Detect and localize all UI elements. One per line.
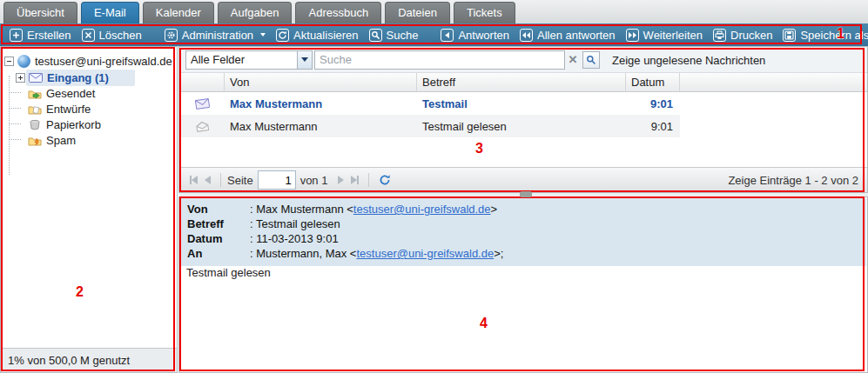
search-field-value: Alle Felder: [186, 53, 297, 66]
column-header-betreff[interactable]: Betreff: [417, 73, 626, 91]
seite-label: Seite: [227, 174, 253, 187]
tab-kalender[interactable]: Kalender: [143, 2, 214, 23]
column-header-von[interactable]: Von: [225, 73, 417, 91]
recipient-email-link[interactable]: testuser@uni-greifswald.de: [356, 247, 494, 260]
search-input[interactable]: [314, 50, 565, 70]
erstellen-button[interactable]: Erstellen: [4, 25, 77, 44]
first-page-button[interactable]: [190, 176, 198, 184]
page-number-input[interactable]: [258, 170, 296, 190]
refresh-list-button[interactable]: [379, 174, 391, 186]
pager-separator: [220, 173, 221, 187]
message-date: 9:01: [626, 97, 680, 110]
webmail-app: Übersicht E-Mail Kalender Aufgaben Adres…: [0, 0, 868, 373]
column-header-icon[interactable]: [179, 73, 225, 91]
folder-label: Papierkorb: [46, 118, 101, 131]
plus-icon: [10, 29, 23, 42]
collapse-icon[interactable]: [4, 57, 14, 66]
header-betreff-label: Betreff: [187, 217, 250, 230]
trash-icon: [28, 119, 42, 130]
administration-menu-button[interactable]: Administration: [159, 25, 271, 44]
speichern-als-menu-button[interactable]: Speichern als: [777, 25, 868, 44]
drafts-folder-icon: [28, 104, 42, 115]
column-header-datum[interactable]: Datum: [626, 73, 680, 91]
refresh-icon: [276, 29, 289, 42]
suche-button[interactable]: Suche: [364, 25, 424, 44]
message-body: Testmail gelesen: [186, 266, 271, 279]
tab-aufgaben[interactable]: Aufgaben: [218, 2, 293, 23]
header-von-value: : Max Mustermann <testuser@uni-greifswal…: [250, 203, 497, 216]
message-headers: Von : Max Mustermann <testuser@uni-greif…: [180, 198, 866, 266]
loeschen-button[interactable]: Löschen: [77, 25, 147, 44]
message-subject: Testmail: [417, 97, 626, 110]
sender-email-link[interactable]: testuser@uni-greifswald.de: [353, 203, 491, 216]
header-von-label: Von: [187, 203, 250, 216]
splitter-handle-icon[interactable]: [520, 191, 532, 197]
drucken-label: Drucken: [730, 29, 772, 42]
next-page-button[interactable]: [338, 176, 344, 184]
sidebar-item-spam[interactable]: Spam: [28, 132, 76, 149]
weiterleiten-button[interactable]: Weiterleiten: [621, 25, 708, 44]
tree-line: [10, 108, 21, 110]
sent-folder-icon: [28, 89, 42, 99]
reply-all-icon: [520, 29, 533, 42]
list-status-text: Zeige Einträge 1 - 2 von 2: [728, 174, 860, 187]
message-subject: Testmail gelesen: [417, 120, 626, 133]
pager-separator: [368, 173, 369, 187]
message-row-unread[interactable]: Max Mustermann Testmail 9:01: [179, 92, 680, 115]
drucken-button[interactable]: Drucken: [708, 25, 777, 44]
message-row-read[interactable]: Max Mustermann Testmail gelesen 9:01: [179, 115, 680, 137]
tab-tickets[interactable]: Tickets: [454, 2, 515, 23]
header-an-label: An: [187, 247, 250, 260]
tab-dateien[interactable]: Dateien: [385, 2, 450, 23]
folder-label: Eingang (1): [47, 71, 109, 84]
clear-search-button[interactable]: ✕: [565, 53, 581, 66]
inbox-envelope-icon: [29, 73, 43, 83]
save-icon: [783, 29, 796, 42]
search-field-select[interactable]: Alle Felder: [185, 50, 313, 70]
chevron-down-icon: [301, 57, 308, 62]
tab-uebersicht[interactable]: Übersicht: [3, 2, 77, 23]
sidebar-item-entwuerfe[interactable]: Entwürfe: [28, 101, 91, 117]
tree-line: [10, 92, 21, 94]
antworten-label: Antworten: [458, 29, 509, 42]
gear-icon: [165, 29, 178, 42]
administration-label: Administration: [182, 29, 253, 42]
mail-toolbar: Erstellen Löschen Administration Aktuali…: [0, 23, 868, 46]
grid-header: Von Betreff Datum: [179, 73, 867, 92]
sidebar-item-gesendet[interactable]: Gesendet: [28, 85, 95, 102]
account-icon: [17, 55, 30, 68]
allen-antworten-label: Allen antworten: [537, 29, 616, 42]
printer-icon: [713, 29, 726, 42]
page-count-label: von 1: [300, 174, 328, 187]
message-date: 9:01: [626, 120, 680, 133]
message-preview-panel: Von : Max Mustermann <testuser@uni-greif…: [178, 196, 868, 373]
aktualisieren-label: Aktualisieren: [293, 29, 358, 42]
pagination-bar: Seite von 1 Zeige Einträge 1 - 2 von 2: [179, 167, 867, 192]
chevron-down-icon: [260, 33, 266, 37]
tree-line: [9, 76, 10, 175]
allen-antworten-button[interactable]: Allen antworten: [515, 25, 621, 44]
tab-email[interactable]: E-Mail: [81, 2, 139, 23]
previous-page-button[interactable]: [205, 176, 211, 184]
aktualisieren-button[interactable]: Aktualisieren: [271, 25, 363, 44]
last-page-button[interactable]: [351, 176, 359, 184]
weiterleiten-label: Weiterleiten: [643, 29, 703, 42]
antworten-button[interactable]: Antworten: [435, 25, 515, 44]
header-an-value: : Mustermann, Max <testuser@uni-greifswa…: [250, 247, 503, 260]
show-unread-link[interactable]: Zeige ungelesene Nachrichten: [612, 47, 765, 73]
folder-label: Entwürfe: [46, 103, 91, 116]
expand-icon[interactable]: [16, 73, 25, 83]
erstellen-label: Erstellen: [27, 29, 71, 42]
forward-icon: [626, 29, 639, 42]
sidebar-item-eingang[interactable]: Eingang (1): [16, 70, 172, 86]
folder-label: Gesendet: [46, 87, 95, 100]
quota-text: 1% von 500,0 M genutzt: [8, 354, 130, 367]
folder-sidebar: testuser@uni-greifswald.de Eingang (1) G…: [0, 46, 178, 373]
loeschen-label: Löschen: [99, 29, 142, 42]
tab-adressbuch[interactable]: Adressbuch: [295, 2, 381, 23]
tree-account-row[interactable]: testuser@uni-greifswald.de: [4, 53, 172, 70]
combo-trigger-button[interactable]: [297, 51, 312, 69]
search-go-button[interactable]: [582, 51, 600, 69]
search-row: Alle Felder ✕ Zeige ungelesene Nachricht…: [179, 47, 867, 73]
sidebar-item-papierkorb[interactable]: Papierkorb: [28, 117, 101, 133]
